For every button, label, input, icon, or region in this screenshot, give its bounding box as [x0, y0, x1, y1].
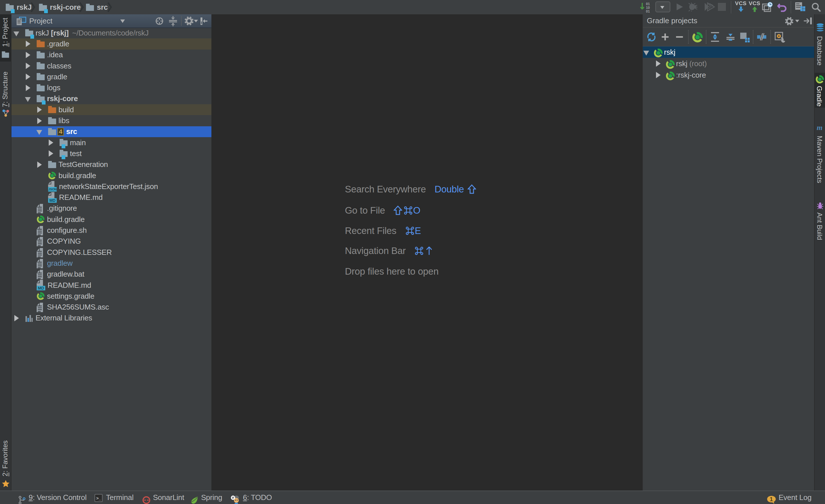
svg-text:1: 1	[770, 496, 773, 502]
svg-text:10: 10	[646, 6, 650, 10]
svg-text:01: 01	[646, 2, 650, 6]
svg-text:m: m	[817, 124, 822, 132]
svg-text:01: 01	[646, 9, 650, 13]
